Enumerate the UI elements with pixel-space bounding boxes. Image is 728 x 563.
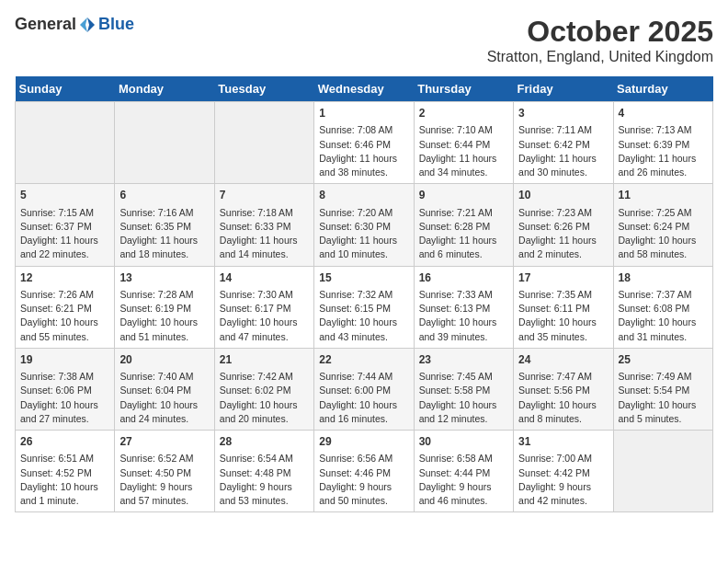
calendar-cell: 25Sunrise: 7:49 AM Sunset: 5:54 PM Dayli…	[613, 348, 712, 430]
calendar-cell: 13Sunrise: 7:28 AM Sunset: 6:19 PM Dayli…	[115, 266, 214, 348]
day-info: Sunrise: 7:35 AM Sunset: 6:11 PM Dayligh…	[518, 288, 608, 344]
calendar-week-row: 1Sunrise: 7:08 AM Sunset: 6:46 PM Daylig…	[16, 102, 713, 184]
calendar-cell: 20Sunrise: 7:40 AM Sunset: 6:04 PM Dayli…	[115, 348, 214, 430]
calendar-cell: 11Sunrise: 7:25 AM Sunset: 6:24 PM Dayli…	[613, 184, 712, 266]
calendar-cell: 28Sunrise: 6:54 AM Sunset: 4:48 PM Dayli…	[214, 431, 313, 512]
calendar-header-row: SundayMondayTuesdayWednesdayThursdayFrid…	[16, 76, 713, 102]
day-number: 19	[20, 352, 109, 368]
calendar-cell: 21Sunrise: 7:42 AM Sunset: 6:02 PM Dayli…	[214, 348, 313, 430]
calendar-cell: 8Sunrise: 7:20 AM Sunset: 6:30 PM Daylig…	[314, 184, 414, 266]
day-info: Sunrise: 7:30 AM Sunset: 6:17 PM Dayligh…	[220, 288, 309, 344]
day-number: 6	[119, 188, 209, 203]
day-number: 22	[319, 352, 408, 368]
day-number: 16	[419, 270, 508, 286]
day-number: 18	[619, 270, 708, 286]
day-number: 5	[20, 188, 109, 203]
calendar-cell: 27Sunrise: 6:52 AM Sunset: 4:50 PM Dayli…	[115, 431, 214, 512]
calendar-cell: 1Sunrise: 7:08 AM Sunset: 6:46 PM Daylig…	[314, 102, 414, 184]
title-block: October 2025 Stratton, England, United K…	[487, 15, 713, 65]
day-number: 12	[20, 270, 109, 286]
header-tuesday: Tuesday	[214, 76, 313, 102]
calendar-cell: 26Sunrise: 6:51 AM Sunset: 4:52 PM Dayli…	[16, 431, 115, 512]
day-info: Sunrise: 7:13 AM Sunset: 6:39 PM Dayligh…	[619, 123, 708, 179]
day-info: Sunrise: 7:18 AM Sunset: 6:33 PM Dayligh…	[220, 206, 309, 262]
day-number: 11	[619, 188, 708, 203]
calendar-cell: 10Sunrise: 7:23 AM Sunset: 6:26 PM Dayli…	[514, 184, 613, 266]
day-info: Sunrise: 7:10 AM Sunset: 6:44 PM Dayligh…	[419, 123, 508, 179]
day-number: 1	[319, 106, 408, 121]
logo-blue: Blue	[98, 15, 134, 34]
day-number: 15	[319, 270, 408, 286]
day-info: Sunrise: 7:25 AM Sunset: 6:24 PM Dayligh…	[619, 206, 708, 262]
page-subtitle: Stratton, England, United Kingdom	[487, 49, 713, 65]
day-info: Sunrise: 7:21 AM Sunset: 6:28 PM Dayligh…	[419, 206, 508, 262]
logo-general: General	[15, 15, 76, 34]
day-info: Sunrise: 6:58 AM Sunset: 4:44 PM Dayligh…	[419, 452, 508, 508]
day-info: Sunrise: 6:51 AM Sunset: 4:52 PM Dayligh…	[20, 452, 109, 508]
header-wednesday: Wednesday	[314, 76, 414, 102]
header-friday: Friday	[514, 76, 613, 102]
day-number: 8	[319, 188, 408, 203]
calendar-cell: 12Sunrise: 7:26 AM Sunset: 6:21 PM Dayli…	[16, 266, 115, 348]
calendar-cell: 23Sunrise: 7:45 AM Sunset: 5:58 PM Dayli…	[414, 348, 513, 430]
day-number: 30	[419, 434, 508, 450]
page-title: October 2025	[487, 15, 713, 49]
calendar-week-row: 26Sunrise: 6:51 AM Sunset: 4:52 PM Dayli…	[16, 431, 713, 512]
calendar-cell: 3Sunrise: 7:11 AM Sunset: 6:42 PM Daylig…	[514, 102, 613, 184]
day-info: Sunrise: 7:45 AM Sunset: 5:58 PM Dayligh…	[419, 370, 508, 426]
calendar-cell: 15Sunrise: 7:32 AM Sunset: 6:15 PM Dayli…	[314, 266, 414, 348]
header-monday: Monday	[115, 76, 214, 102]
calendar-cell: 29Sunrise: 6:56 AM Sunset: 4:46 PM Dayli…	[314, 431, 414, 512]
day-info: Sunrise: 7:11 AM Sunset: 6:42 PM Dayligh…	[518, 123, 608, 179]
day-number: 17	[518, 270, 608, 286]
svg-marker-1	[80, 17, 87, 32]
calendar-cell	[214, 102, 313, 184]
calendar-cell: 2Sunrise: 7:10 AM Sunset: 6:44 PM Daylig…	[414, 102, 513, 184]
day-info: Sunrise: 7:28 AM Sunset: 6:19 PM Dayligh…	[119, 288, 209, 344]
day-info: Sunrise: 7:32 AM Sunset: 6:15 PM Dayligh…	[319, 288, 408, 344]
day-number: 20	[119, 352, 209, 368]
day-number: 26	[20, 434, 109, 450]
calendar-cell: 19Sunrise: 7:38 AM Sunset: 6:06 PM Dayli…	[16, 348, 115, 430]
day-number: 13	[119, 270, 209, 286]
day-info: Sunrise: 7:49 AM Sunset: 5:54 PM Dayligh…	[619, 370, 708, 426]
logo-icon	[78, 16, 97, 34]
calendar-cell: 6Sunrise: 7:16 AM Sunset: 6:35 PM Daylig…	[115, 184, 214, 266]
calendar-cell: 22Sunrise: 7:44 AM Sunset: 6:00 PM Dayli…	[314, 348, 414, 430]
day-number: 29	[319, 434, 408, 450]
logo: General Blue	[15, 15, 134, 34]
page-header: General Blue October 2025 Stratton, Engl…	[15, 15, 713, 65]
calendar-cell: 30Sunrise: 6:58 AM Sunset: 4:44 PM Dayli…	[414, 431, 513, 512]
day-info: Sunrise: 7:40 AM Sunset: 6:04 PM Dayligh…	[119, 370, 209, 426]
calendar-cell	[115, 102, 214, 184]
day-info: Sunrise: 7:15 AM Sunset: 6:37 PM Dayligh…	[20, 206, 109, 262]
svg-marker-0	[87, 17, 95, 32]
day-number: 7	[220, 188, 309, 203]
day-number: 27	[119, 434, 209, 450]
calendar-cell: 7Sunrise: 7:18 AM Sunset: 6:33 PM Daylig…	[214, 184, 313, 266]
day-number: 2	[419, 106, 508, 121]
day-info: Sunrise: 7:00 AM Sunset: 4:42 PM Dayligh…	[518, 452, 608, 508]
day-info: Sunrise: 7:26 AM Sunset: 6:21 PM Dayligh…	[20, 288, 109, 344]
calendar-cell: 17Sunrise: 7:35 AM Sunset: 6:11 PM Dayli…	[514, 266, 613, 348]
calendar-cell: 4Sunrise: 7:13 AM Sunset: 6:39 PM Daylig…	[613, 102, 712, 184]
day-number: 10	[518, 188, 608, 203]
day-info: Sunrise: 6:54 AM Sunset: 4:48 PM Dayligh…	[220, 452, 309, 508]
day-info: Sunrise: 7:33 AM Sunset: 6:13 PM Dayligh…	[419, 288, 508, 344]
calendar-cell: 14Sunrise: 7:30 AM Sunset: 6:17 PM Dayli…	[214, 266, 313, 348]
day-number: 28	[220, 434, 309, 450]
day-info: Sunrise: 7:47 AM Sunset: 5:56 PM Dayligh…	[518, 370, 608, 426]
day-info: Sunrise: 6:52 AM Sunset: 4:50 PM Dayligh…	[119, 452, 209, 508]
calendar-table: SundayMondayTuesdayWednesdayThursdayFrid…	[15, 76, 713, 512]
day-number: 31	[518, 434, 608, 450]
calendar-cell: 18Sunrise: 7:37 AM Sunset: 6:08 PM Dayli…	[613, 266, 712, 348]
calendar-week-row: 12Sunrise: 7:26 AM Sunset: 6:21 PM Dayli…	[16, 266, 713, 348]
calendar-cell	[613, 431, 712, 512]
day-number: 9	[419, 188, 508, 203]
calendar-cell: 24Sunrise: 7:47 AM Sunset: 5:56 PM Dayli…	[514, 348, 613, 430]
header-saturday: Saturday	[613, 76, 712, 102]
calendar-cell: 5Sunrise: 7:15 AM Sunset: 6:37 PM Daylig…	[16, 184, 115, 266]
day-number: 23	[419, 352, 508, 368]
header-sunday: Sunday	[16, 76, 115, 102]
day-info: Sunrise: 7:08 AM Sunset: 6:46 PM Dayligh…	[319, 123, 408, 179]
